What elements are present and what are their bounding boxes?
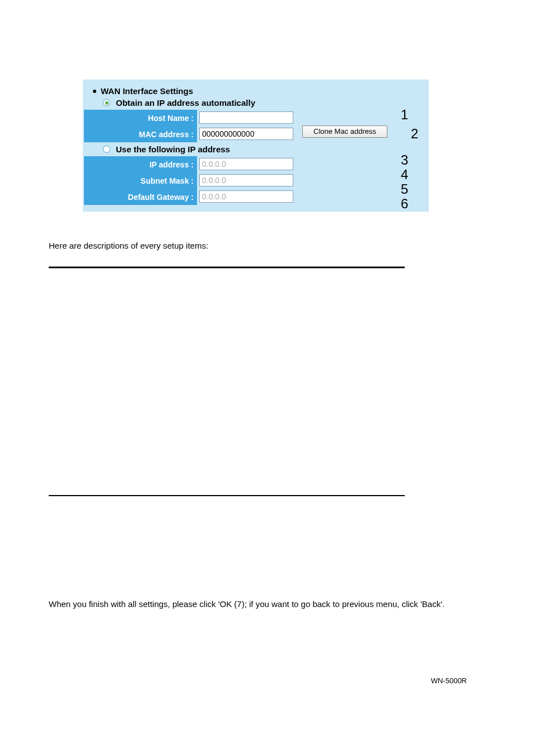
host-name-row: Host Name : bbox=[83, 110, 429, 126]
radio-selected-dot bbox=[105, 101, 109, 105]
divider-top bbox=[49, 267, 405, 268]
radio-icon[interactable] bbox=[103, 99, 110, 106]
default-gateway-label: Default Gateway : bbox=[84, 189, 197, 205]
subnet-mask-label: Subnet Mask : bbox=[84, 172, 197, 189]
bullet-icon bbox=[93, 90, 96, 93]
divider-bottom bbox=[49, 495, 405, 496]
finish-instructions: When you finish with all settings, pleas… bbox=[49, 599, 444, 609]
footer-model: WN-5000R bbox=[431, 676, 467, 685]
ip-address-row: IP address : bbox=[83, 156, 429, 172]
callout-1: 1 bbox=[401, 107, 408, 123]
default-gateway-row: Default Gateway : bbox=[83, 189, 429, 205]
radio-obtain-auto-row[interactable]: Obtain an IP address automatically bbox=[83, 98, 429, 108]
callout-6: 6 bbox=[401, 196, 408, 212]
callout-3: 3 bbox=[401, 152, 408, 168]
radio-auto-label: Obtain an IP address automatically bbox=[116, 98, 255, 108]
mac-address-label: MAC address : bbox=[84, 126, 197, 142]
ip-address-label: IP address : bbox=[84, 156, 197, 172]
callout-2: 2 bbox=[411, 126, 418, 142]
subnet-mask-input[interactable] bbox=[199, 174, 293, 186]
radio-manual-label: Use the following IP address bbox=[116, 144, 230, 154]
section-header-row: WAN Interface Settings bbox=[83, 86, 429, 96]
radio-use-following-row[interactable]: Use the following IP address bbox=[83, 144, 429, 154]
host-name-label: Host Name : bbox=[84, 110, 197, 126]
callout-4: 4 bbox=[401, 167, 408, 183]
subnet-mask-row: Subnet Mask : bbox=[83, 172, 429, 189]
wan-settings-panel: WAN Interface Settings Obtain an IP addr… bbox=[83, 80, 429, 212]
description-intro: Here are descriptions of every setup ite… bbox=[49, 241, 208, 250]
clone-mac-button[interactable]: Clone Mac address bbox=[302, 125, 387, 138]
default-gateway-input[interactable] bbox=[199, 190, 293, 203]
ip-address-input[interactable] bbox=[199, 158, 293, 170]
callout-5: 5 bbox=[401, 181, 408, 197]
radio-icon[interactable] bbox=[103, 146, 110, 153]
mac-address-input[interactable] bbox=[199, 128, 293, 140]
section-title: WAN Interface Settings bbox=[101, 86, 193, 96]
host-name-input[interactable] bbox=[199, 111, 293, 124]
